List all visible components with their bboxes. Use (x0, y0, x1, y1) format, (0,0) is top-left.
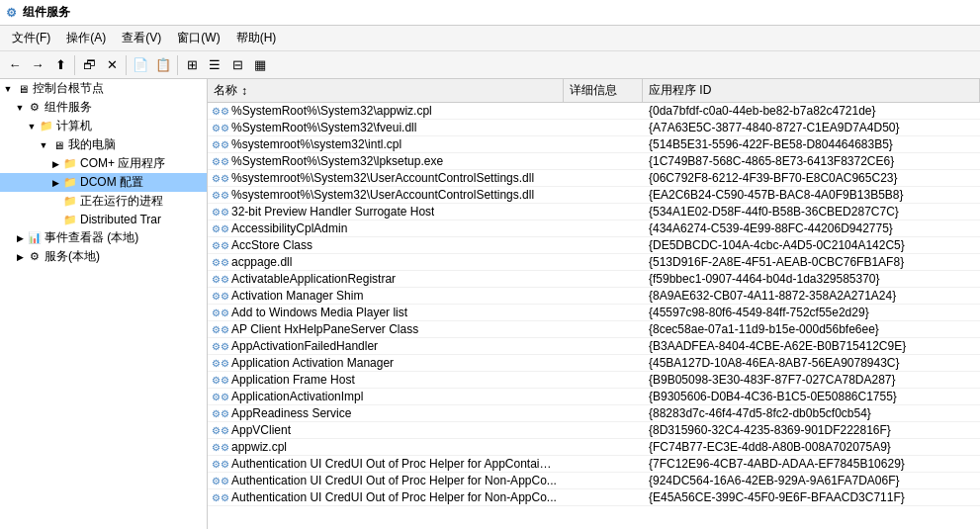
header-detail[interactable]: 详细信息 (564, 79, 643, 102)
sort-icon-name: ↕ (241, 84, 247, 98)
cs-toggle[interactable]: ▼ (14, 102, 26, 114)
list-row[interactable]: ⚙Add to Windows Media Player list{45597c… (208, 305, 980, 321)
forward-button[interactable]: → (27, 54, 48, 76)
list-row[interactable]: ⚙ActivatableApplicationRegistrar{f59bbec… (208, 271, 980, 288)
tree-item-complus[interactable]: ▶ 📁 COM+ 应用程序 (0, 154, 207, 173)
tree-label-mycomputer: 我的电脑 (68, 136, 116, 153)
header-appid-label: 应用程序 ID (649, 82, 711, 99)
back-button[interactable]: ← (4, 54, 26, 76)
cell-name: ⚙AccStore Class (208, 237, 564, 253)
row-icon: ⚙ (214, 339, 227, 353)
list-row[interactable]: ⚙Application Frame Host{B9B05098-3E30-48… (208, 372, 980, 389)
cell-appid: {A7A63E5C-3877-4840-8727-C1EA9D7A4D50} (643, 120, 980, 135)
list-row[interactable]: ⚙appwiz.cpl{FC74B77-EC3E-4dd8-A80B-008A7… (208, 439, 980, 456)
view3-button[interactable]: ⊟ (226, 54, 248, 76)
menu-item-v[interactable]: 查看(V) (114, 28, 169, 48)
tree-item-computers[interactable]: ▼ 📁 计算机 (0, 117, 207, 135)
list-row[interactable]: ⚙%systemroot%\system32\intl.cpl{514B5E31… (208, 136, 980, 153)
svc-toggle[interactable]: ▶ (14, 251, 26, 263)
tree-item-services[interactable]: ▶ ⚙ 服务(本地) (0, 247, 207, 266)
cell-name: ⚙acppage.dll (208, 254, 564, 270)
row-icon: ⚙ (214, 356, 227, 370)
main-layout: ▼ 🖥 控制台根节点 ▼ ⚙ 组件服务 ▼ 📁 计算机 ▼ 🖥 我的电脑 ▶ 📁… (0, 79, 980, 529)
tree-item-root[interactable]: ▼ 🖥 控制台根节点 (0, 79, 207, 98)
cell-detail (564, 254, 643, 270)
cell-detail (564, 338, 643, 354)
cell-name-text: AP Client HxHelpPaneServer Class (231, 322, 418, 336)
dcom-icon: 📁 (62, 175, 78, 191)
row-icon: ⚙ (214, 457, 227, 471)
list-row[interactable]: ⚙Authentication UI CredUI Out of Proc He… (208, 456, 980, 473)
comp-toggle[interactable]: ▼ (26, 121, 38, 132)
list-row[interactable]: ⚙32-bit Preview Handler Surrogate Host{5… (208, 204, 980, 220)
list-row[interactable]: ⚙Authentication UI CredUI Out of Proc He… (208, 489, 980, 506)
list-row[interactable]: ⚙ApplicationActivationImpl{B9305606-D0B4… (208, 389, 980, 405)
list-body: ⚙%SystemRoot%\System32\appwiz.cpl{0da7bf… (208, 103, 980, 529)
list-row[interactable]: ⚙%SystemRoot%\System32\lpksetup.exe{1C74… (208, 153, 980, 170)
cell-name: ⚙AppReadiness Service (208, 405, 564, 421)
dist-toggle[interactable] (49, 214, 61, 225)
list-row[interactable]: ⚙%SystemRoot%\System32\fveui.dll{A7A63E5… (208, 120, 980, 136)
app-icon (6, 6, 17, 20)
cell-appid: {B9B05098-3E30-483F-87F7-027CA78DA287} (643, 372, 980, 388)
menu-item-a[interactable]: 操作(A) (58, 28, 114, 48)
cell-name-text: %systemroot%\System32\UserAccountControl… (231, 188, 534, 202)
cell-detail (564, 321, 643, 337)
tree-item-mycomputer[interactable]: ▼ 🖥 我的电脑 (0, 135, 207, 154)
list-row[interactable]: ⚙AppReadiness Service{88283d7c-46f4-47d5… (208, 405, 980, 422)
show-hide-button[interactable]: 🗗 (78, 54, 100, 76)
root-toggle[interactable]: ▼ (2, 83, 14, 95)
cell-appid: {B3AADFEA-8404-4CBE-A62E-B0B715412C9E} (643, 338, 980, 354)
tree-label-eventviewer: 事件查看器 (本地) (45, 229, 138, 246)
list-row[interactable]: ⚙%systemroot%\System32\UserAccountContro… (208, 187, 980, 204)
cell-name-text: %SystemRoot%\System32\lpksetup.exe (231, 154, 443, 168)
row-icon: ⚙ (214, 406, 227, 420)
new-button[interactable]: 📄 (130, 54, 151, 76)
list-row[interactable]: ⚙Authentication UI CredUI Out of Proc He… (208, 473, 980, 489)
list-row[interactable]: ⚙AppActivationFailedHandler{B3AADFEA-840… (208, 338, 980, 355)
list-row[interactable]: ⚙AccStore Class{DE5DBCDC-104A-4cbc-A4D5-… (208, 237, 980, 254)
list-row[interactable]: ⚙%systemroot%\System32\UserAccountContro… (208, 170, 980, 187)
cell-name: ⚙Activation Manager Shim (208, 288, 564, 304)
tree-item-running[interactable]: 📁 正在运行的进程 (0, 192, 207, 211)
dcom-toggle[interactable]: ▶ (49, 177, 61, 189)
tree-item-dcom[interactable]: ▶ 📁 DCOM 配置 (0, 173, 207, 192)
cell-appid: {45597c98-80f6-4549-84ff-752cf55e2d29} (643, 305, 980, 320)
tree-item-distributed[interactable]: 📁 Distributed Trar (0, 211, 207, 228)
tree-item-eventviewer[interactable]: ▶ 📊 事件查看器 (本地) (0, 228, 207, 247)
cell-name-text: acppage.dll (231, 255, 292, 269)
cell-name-text: Activation Manager Shim (231, 289, 363, 303)
cell-name-text: AppVClient (231, 423, 291, 437)
tree-item-component-services[interactable]: ▼ ⚙ 组件服务 (0, 98, 207, 117)
delete-button[interactable]: ✕ (101, 54, 123, 76)
toolbar: ← → ⬆ 🗗 ✕ 📄 📋 ⊞ ☰ ⊟ ▦ (0, 51, 980, 79)
menu-item-w[interactable]: 窗口(W) (169, 28, 227, 48)
list-row[interactable]: ⚙AppVClient{8D315960-32C4-4235-8369-901D… (208, 422, 980, 439)
menu-item-h[interactable]: 帮助(H) (228, 28, 285, 48)
ev-toggle[interactable]: ▶ (14, 232, 26, 244)
header-appid[interactable]: 应用程序 ID (643, 79, 980, 102)
view4-button[interactable]: ▦ (249, 54, 271, 76)
cell-appid: {514B5E31-5596-422F-BE58-D804464683B5} (643, 136, 980, 152)
view1-button[interactable]: ⊞ (181, 54, 203, 76)
menu-item-f[interactable]: 文件(F) (4, 28, 58, 48)
list-row[interactable]: ⚙AccessibilityCplAdmin{434A6274-C539-4E9… (208, 220, 980, 237)
row-icon: ⚙ (214, 306, 227, 319)
list-row[interactable]: ⚙AP Client HxHelpPaneServer Class{8cec58… (208, 321, 980, 338)
view2-button[interactable]: ☰ (204, 54, 225, 76)
properties-button[interactable]: 📋 (152, 54, 174, 76)
list-row[interactable]: ⚙Application Activation Manager{45BA127D… (208, 355, 980, 372)
cell-appid: {88283d7c-46f4-47d5-8fc2-db0b5cf0cb54} (643, 405, 980, 421)
row-icon: ⚙ (214, 272, 227, 286)
list-row[interactable]: ⚙acppage.dll{513D916F-2A8E-4F51-AEAB-0CB… (208, 254, 980, 271)
list-row[interactable]: ⚙%SystemRoot%\System32\appwiz.cpl{0da7bf… (208, 103, 980, 120)
cell-appid: {8A9AE632-CB07-4A11-8872-358A2A271A24} (643, 288, 980, 304)
complus-toggle[interactable]: ▶ (49, 158, 61, 170)
running-toggle[interactable] (49, 196, 61, 208)
mycomp-toggle[interactable]: ▼ (38, 139, 49, 151)
up-button[interactable]: ⬆ (49, 54, 71, 76)
cell-name-text: appwiz.cpl (231, 440, 287, 454)
header-name[interactable]: 名称 ↕ (208, 79, 564, 102)
cell-detail (564, 439, 643, 455)
list-row[interactable]: ⚙Activation Manager Shim{8A9AE632-CB07-4… (208, 288, 980, 305)
